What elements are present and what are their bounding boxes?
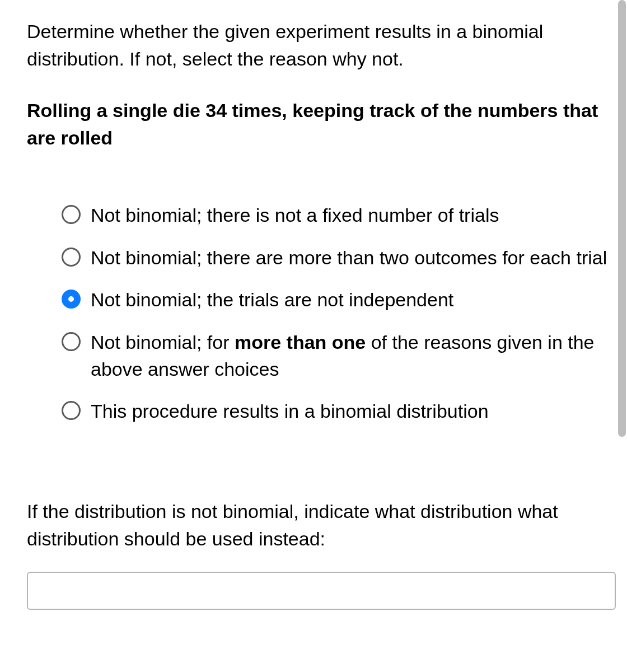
- radio-icon[interactable]: [62, 248, 81, 267]
- option-label: This procedure results in a binomial dis…: [91, 398, 489, 425]
- scrollbar-track[interactable]: [618, 0, 626, 672]
- radio-icon[interactable]: [62, 401, 81, 420]
- option-1[interactable]: Not binomial; there is not a fixed numbe…: [62, 202, 616, 229]
- question-scenario: Rolling a single die 34 times, keeping t…: [27, 97, 616, 152]
- scrollbar-thumb[interactable]: [618, 0, 626, 437]
- option-5[interactable]: This procedure results in a binomial dis…: [62, 398, 616, 425]
- option-4[interactable]: Not binomial; for more than one of the r…: [62, 329, 616, 382]
- option-label: Not binomial; the trials are not indepen…: [91, 287, 453, 314]
- option-3[interactable]: Not binomial; the trials are not indepen…: [62, 287, 616, 314]
- option-text-bold: more than one: [235, 332, 366, 353]
- radio-icon[interactable]: [62, 205, 81, 224]
- option-2[interactable]: Not binomial; there are more than two ou…: [62, 245, 616, 272]
- followup-prompt: If the distribution is not binomial, ind…: [27, 498, 616, 553]
- question-intro: Determine whether the given experiment r…: [27, 18, 616, 73]
- distribution-input[interactable]: [27, 572, 616, 610]
- radio-icon[interactable]: [62, 332, 81, 351]
- option-text-pre: Not binomial; for: [91, 332, 235, 353]
- option-label: Not binomial; there are more than two ou…: [91, 245, 607, 272]
- option-label: Not binomial; for more than one of the r…: [91, 329, 616, 382]
- radio-icon-selected[interactable]: [62, 290, 81, 309]
- options-group: Not binomial; there is not a fixed numbe…: [27, 202, 616, 425]
- option-label: Not binomial; there is not a fixed numbe…: [91, 202, 499, 229]
